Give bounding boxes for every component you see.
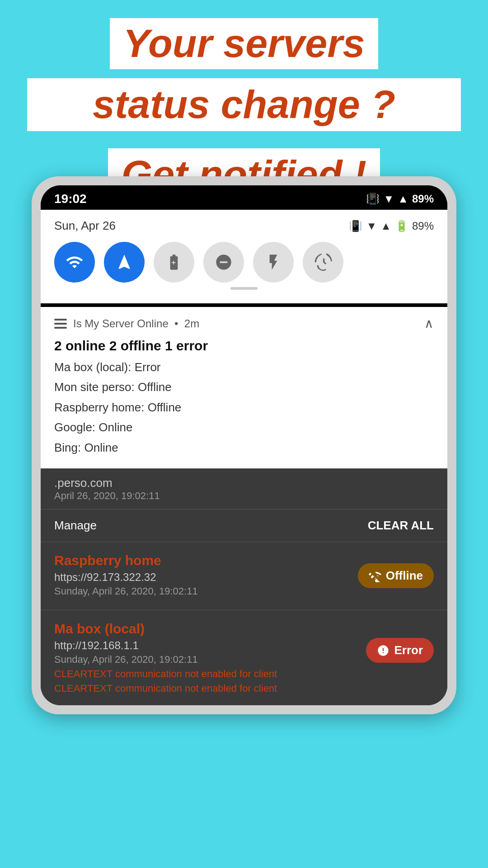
- status-time: 19:02: [54, 192, 87, 206]
- notification-item-4: Google: Online: [54, 419, 434, 435]
- vibrate-icon: 📳: [366, 193, 380, 205]
- notification-summary: 2 online 2 offline 1 error: [54, 338, 434, 354]
- server-row-mabox: Ma box (local) http://192.168.1.1 Sunday…: [54, 621, 434, 680]
- error-label: Error: [394, 643, 423, 657]
- server-url-raspberry: https://92.173.322.32: [54, 571, 358, 584]
- server-row-raspberry: Raspberry home https://92.173.322.32 Sun…: [54, 553, 434, 599]
- bottom-notifications: .perso.com April 26, 2020, 19:02:11 Mana…: [41, 468, 447, 705]
- signal-icon-qs: ▲: [380, 220, 391, 232]
- autorotate-icon: [314, 253, 332, 271]
- status-badge-offline: Offline: [358, 563, 434, 588]
- server-name-mabox: Ma box (local): [54, 621, 366, 637]
- battery-saver-toggle[interactable]: [154, 242, 194, 283]
- drag-handle: [230, 287, 258, 290]
- cleartext-error: CLEARTEXT communication not enabled for …: [54, 683, 434, 694]
- location-icon: [115, 253, 133, 271]
- battery-icon-qs: 🔋: [395, 220, 408, 232]
- header-line-2: status change ?: [27, 78, 461, 131]
- server-info-raspberry: Raspberry home https://92.173.322.32 Sun…: [54, 553, 358, 599]
- notification-app-name: Is My Server Online • 2m: [73, 317, 199, 330]
- location-toggle[interactable]: [104, 242, 145, 283]
- dnd-icon: [215, 253, 233, 271]
- offline-label: Offline: [386, 569, 423, 583]
- error-text-mabox: CLEARTEXT communication not enabled for …: [54, 668, 366, 680]
- flashlight-icon: [264, 253, 282, 271]
- server-card-mabox: Ma box (local) http://192.168.1.1 Sunday…: [41, 610, 447, 705]
- server-card-raspberry: Raspberry home https://92.173.322.32 Sun…: [41, 542, 447, 610]
- partial-url: .perso.com: [54, 476, 160, 490]
- app-icon-hamburger: [54, 319, 67, 329]
- server-info-mabox: Ma box (local) http://192.168.1.1 Sunday…: [54, 621, 366, 680]
- status-bar: 19:02 📳 ▼ ▲ 89%: [41, 185, 447, 210]
- battery-level: 89%: [412, 193, 434, 205]
- server-time-raspberry: Sunday, April 26, 2020, 19:02:11: [54, 585, 358, 597]
- offline-icon: [369, 570, 381, 582]
- wifi-icon-qs: ▼: [366, 220, 377, 232]
- notification-panel: Is My Server Online • 2m ∧ 2 online 2 of…: [41, 307, 447, 468]
- hamburger-line-3: [54, 327, 67, 329]
- header-line-1: Your servers: [110, 18, 379, 69]
- partial-datetime: April 26, 2020, 19:02:11: [54, 490, 160, 502]
- autorotate-toggle[interactable]: [303, 242, 343, 283]
- status-icons: 📳 ▼ ▲ 89%: [366, 193, 434, 205]
- signal-icon: ▲: [398, 193, 408, 205]
- notification-item-1: Ma box (local): Error: [54, 359, 434, 375]
- quick-settings-panel: Sun, Apr 26 📳 ▼ ▲ 🔋 89%: [41, 210, 447, 303]
- battery-saver-icon: [165, 253, 183, 271]
- phone-mockup: 19:02 📳 ▼ ▲ 89% Sun, Apr 26 📳 ▼ ▲: [32, 176, 456, 714]
- manage-row: Manage CLEAR ALL: [41, 509, 447, 542]
- server-name-raspberry: Raspberry home: [54, 553, 358, 568]
- clear-all-button[interactable]: CLEAR ALL: [368, 519, 434, 533]
- collapse-notification-icon[interactable]: ∧: [424, 316, 434, 331]
- notification-item-3: Raspberry home: Offline: [54, 399, 434, 415]
- server-time-mabox: Sunday, April 26, 2020, 19:02:11: [54, 654, 366, 665]
- wifi-toggle[interactable]: [54, 242, 95, 283]
- notification-item-5: Bing: Online: [54, 439, 434, 456]
- hamburger-line-1: [54, 319, 67, 321]
- flashlight-toggle[interactable]: [253, 242, 294, 283]
- date-label: Sun, Apr 26: [54, 219, 116, 233]
- status-badge-error: Error: [366, 638, 434, 663]
- notch: [203, 185, 285, 208]
- manage-button[interactable]: Manage: [54, 519, 97, 533]
- wifi-status-icon: ▼: [383, 193, 394, 205]
- battery-pct-qs: 89%: [412, 220, 434, 232]
- hamburger-line-2: [54, 323, 67, 325]
- wifi-icon: [66, 253, 84, 271]
- notification-app-info: Is My Server Online • 2m: [54, 317, 199, 330]
- notification-header: Is My Server Online • 2m ∧: [54, 316, 434, 331]
- quick-icons-row: [54, 242, 434, 283]
- partial-card: .perso.com April 26, 2020, 19:02:11: [54, 476, 160, 502]
- notification-item-2: Mon site perso: Offline: [54, 379, 434, 395]
- vibrate-icon-qs: 📳: [349, 220, 362, 232]
- server-url-mabox: http://192.168.1.1: [54, 639, 366, 652]
- error-icon: [377, 644, 389, 657]
- phone-screen: 19:02 📳 ▼ ▲ 89% Sun, Apr 26 📳 ▼ ▲: [41, 185, 447, 705]
- dnd-toggle[interactable]: [203, 242, 244, 283]
- date-row: Sun, Apr 26 📳 ▼ ▲ 🔋 89%: [54, 219, 434, 233]
- header-text-2: status change ?: [93, 82, 395, 127]
- header-text-1: Your servers: [123, 21, 365, 66]
